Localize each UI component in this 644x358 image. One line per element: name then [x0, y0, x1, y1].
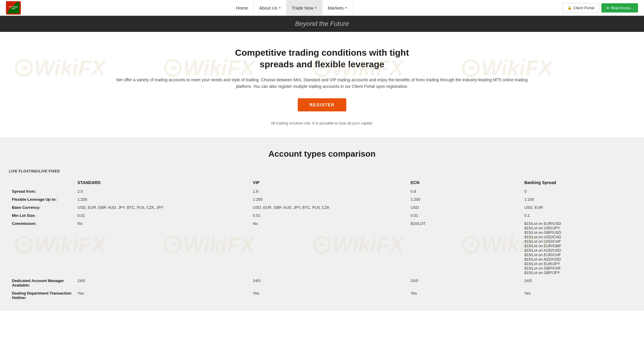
row-vip: USD, EUR, GBP, AUD, JPY, BTC, PLN, CZK [250, 203, 408, 211]
nav-markets[interactable]: Markets ▾ [322, 0, 353, 16]
row-standard: 2.0 [75, 187, 250, 195]
row-label: Flexible Leverage Up to: [9, 195, 75, 203]
col-header-standard: STANDARD [75, 178, 250, 187]
table-row: Commission:NoNo$10/LOT$15/Lot on EUR/USD… [9, 220, 635, 277]
register-button[interactable]: REGISTER [298, 98, 347, 111]
row-ecn: $10/LOT [408, 220, 522, 277]
row-banking: 0 [521, 187, 635, 195]
row-vip: 24/5 [250, 277, 408, 289]
row-standard: 24/5 [75, 277, 250, 289]
row-standard: USD, EUR, GBP, AUD, JPY, BTC, PLN, CZK, … [75, 203, 250, 211]
row-ecn: 0.8 [408, 187, 522, 195]
hero-text: Beyond the Future [295, 20, 349, 27]
lock-icon: 🔒 [567, 6, 572, 10]
row-label: Spread from: [9, 187, 75, 195]
logo[interactable]: RZ TRADE PRO [6, 1, 21, 15]
row-ecn: 1:200 [408, 195, 522, 203]
nav-about-us[interactable]: About Us ▾ [254, 0, 286, 16]
row-standard: 0.01 [75, 211, 250, 220]
nav-trade-now[interactable]: Trade Now ▾ [286, 0, 322, 16]
navbar: RZ TRADE PRO Home About Us ▾ Trade Now ▾… [0, 0, 644, 16]
row-label: Base Currency: [9, 203, 75, 211]
row-standard: No [75, 220, 250, 277]
row-ecn: 24/5 [408, 277, 522, 289]
row-label: Commission: [9, 220, 75, 277]
table-row: Spread from:2.01.80.80 [9, 187, 635, 195]
row-vip: 1.8 [250, 187, 408, 195]
col-header-label [9, 178, 75, 187]
row-banking: $15/Lot on EUR/USD $15/Lot on USD/JPY $1… [521, 220, 635, 277]
main-section: ❧WikiFX ❧WikiFX ❧WikiFX ❧WikiFX Competit… [0, 32, 644, 137]
comparison-table: STANDARD VIP ECN Banking Spread Spread f… [9, 178, 635, 302]
row-vip: Yes [250, 289, 408, 302]
table-row: Flexible Leverage Up to:1:2001:2001:2001… [9, 195, 635, 203]
main-title: Competitive trading conditions with tigh… [6, 47, 638, 70]
chevron-down-icon: ▾ [315, 6, 317, 10]
real-account-button[interactable]: ➜ Real Accou... [601, 3, 638, 13]
comparison-section: ❧WikiFX ❧WikiFX ❧WikiFX ❧WikiFX Account … [0, 137, 644, 311]
risk-notice: All trading involves risk. It is possibl… [6, 121, 638, 125]
row-ecn: USD [408, 203, 522, 211]
row-label: Min Lot Size: [9, 211, 75, 220]
row-vip: 1:200 [250, 195, 408, 203]
comparison-title: Account types comparison [9, 149, 635, 159]
row-label: Dealing Department Transaction Hotline: [9, 289, 75, 302]
col-header-banking: Banking Spread [521, 178, 635, 187]
row-vip: 0.01 [250, 211, 408, 220]
chevron-down-icon: ▾ [279, 6, 281, 10]
live-label: LIVE FLOATING/LIVE FIXED [9, 169, 635, 173]
row-banking: 0.1 [521, 211, 635, 220]
row-standard: Yes [75, 289, 250, 302]
col-header-vip: VIP [250, 178, 408, 187]
client-portal-button[interactable]: 🔒 Client Portal [563, 3, 599, 13]
row-banking: 24/5 [521, 277, 635, 289]
hero-banner: Beyond the Future [0, 16, 644, 32]
row-vip: No [250, 220, 408, 277]
table-row: Dedicated Account Manager Available:24/5… [9, 277, 635, 289]
chevron-down-icon: ▾ [345, 6, 347, 10]
row-ecn: Yes [408, 289, 522, 302]
row-standard: 1:200 [75, 195, 250, 203]
row-ecn: 0.01 [408, 211, 522, 220]
row-label: Dedicated Account Manager Available: [9, 277, 75, 289]
logo-text: RZ TRADE PRO [7, 6, 19, 10]
row-banking: USD, EUR [521, 203, 635, 211]
table-row: Dealing Department Transaction Hotline:Y… [9, 289, 635, 302]
table-row: Base Currency:USD, EUR, GBP, AUD, JPY, B… [9, 203, 635, 211]
nav-home[interactable]: Home [231, 0, 254, 16]
nav-menu: Home About Us ▾ Trade Now ▾ Markets ▾ [231, 0, 353, 16]
row-banking: Yes [521, 289, 635, 302]
navbar-right: 🔒 Client Portal ➜ Real Accou... [563, 3, 638, 13]
main-description: We offer a variety of trading accounts t… [114, 77, 531, 90]
row-banking: 1:100 [521, 195, 635, 203]
arrow-right-icon: ➜ [606, 6, 609, 10]
table-row: Min Lot Size:0.010.010.010.1 [9, 211, 635, 220]
col-header-ecn: ECN [408, 178, 522, 187]
